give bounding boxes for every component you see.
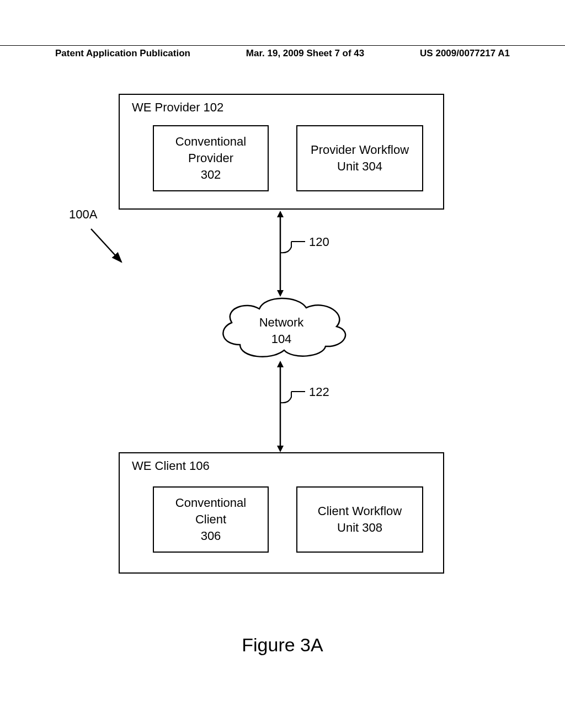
connector-bottom-label: 122 — [309, 385, 329, 399]
page-header: Patent Application Publication Mar. 19, … — [0, 45, 565, 59]
provider-workflow-box: Provider Workflow Unit 304 — [296, 125, 423, 191]
client-box: WE Client 106 Conventional Client 306 Cl… — [119, 452, 444, 574]
client-workflow-box: Client Workflow Unit 308 — [296, 486, 423, 553]
system-pointer-arrow — [86, 223, 135, 273]
network-label: Network 104 — [251, 314, 312, 347]
figure-area: WE Provider 102 Conventional Provider 30… — [0, 88, 565, 612]
header-center: Mar. 19, 2009 Sheet 7 of 43 — [246, 48, 365, 59]
conventional-client-box: Conventional Client 306 — [153, 486, 269, 553]
connector-top-label: 120 — [309, 235, 329, 249]
leader-120 — [280, 242, 313, 258]
provider-box: WE Provider 102 Conventional Provider 30… — [119, 94, 444, 210]
conventional-provider-box: Conventional Provider 302 — [153, 125, 269, 191]
client-title: WE Client 106 — [132, 459, 210, 473]
system-id-label: 100A — [69, 207, 97, 222]
figure-caption: Figure 3A — [0, 634, 565, 656]
svg-line-0 — [91, 229, 121, 262]
provider-title: WE Provider 102 — [132, 100, 223, 115]
header-right: US 2009/0077217 A1 — [420, 48, 510, 59]
leader-122 — [280, 392, 313, 408]
header-left: Patent Application Publication — [55, 48, 190, 59]
